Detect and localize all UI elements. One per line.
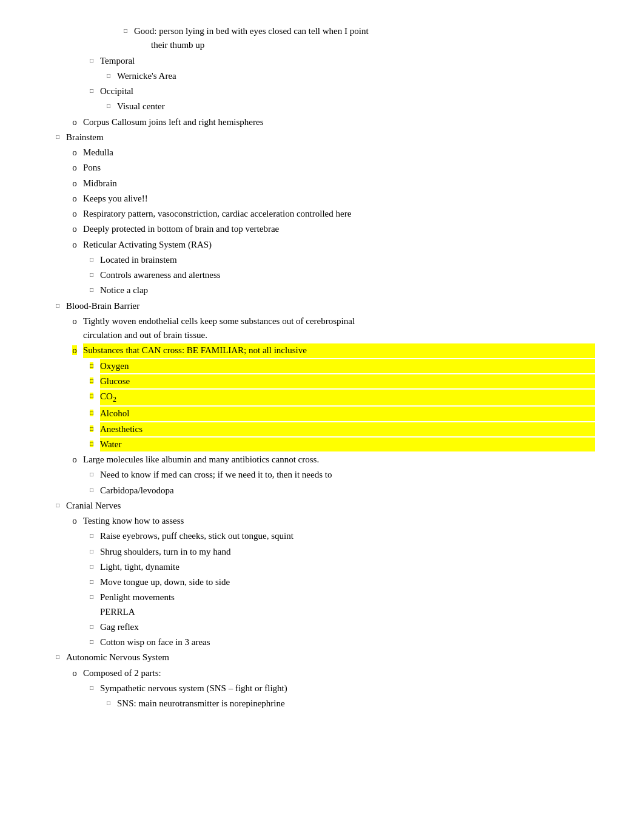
list-item-pons: o Pons <box>49 161 595 175</box>
bullet-icon: □ <box>83 635 100 647</box>
bullet-icon: □ <box>83 268 100 280</box>
bullet-icon: □ <box>83 468 100 479</box>
bullet-icon: o <box>66 146 83 160</box>
bullet-icon: □ <box>83 422 100 434</box>
bullet-icon: □ <box>49 130 66 142</box>
bullet-icon: o <box>66 115 83 129</box>
list-item-temporal: □ Temporal <box>49 54 595 68</box>
bullet-icon: □ <box>83 438 100 449</box>
bullet-icon: □ <box>83 374 100 386</box>
bullet-icon: o <box>66 238 83 252</box>
list-item-gag-reflex: □ Gag reflex <box>49 620 595 634</box>
list-item-occipital: □ Occipital <box>49 84 595 98</box>
list-item-corpus-callosum: o Corpus Callosum joins left and right h… <box>49 115 595 129</box>
list-item-shrug: □ Shrug shoulders, turn in to my hand <box>49 545 595 559</box>
bullet-icon: □ <box>83 545 100 556</box>
bullet-icon: □ <box>49 299 66 311</box>
list-item-bbb-tightly: o Tightly woven endothelial cells keep s… <box>49 314 595 343</box>
bullet-icon: □ <box>83 560 100 572</box>
list-item-co2: □ CO2 <box>49 390 595 405</box>
list-item-deeply-protected: o Deeply protected in bottom of brain an… <box>49 222 595 236</box>
list-item-ras-located: □ Located in brainstem <box>49 253 595 267</box>
bullet-icon: □ <box>49 651 66 662</box>
document: { "title": "Neuroscience Notes", "sectio… <box>49 24 595 711</box>
list-item-bbb-substances: o Substances that CAN cross: BE FAMILIAR… <box>49 343 595 357</box>
bullet-icon: □ <box>83 253 100 265</box>
list-item-glucose: □ Glucose <box>49 374 595 388</box>
bullet-icon: □ <box>83 390 100 401</box>
bullet-icon: □ <box>117 24 134 36</box>
list-item-oxygen: □ Oxygen <box>49 359 595 373</box>
list-item: □ Good: person lying in bed with eyes cl… <box>49 24 595 53</box>
list-item-bbb: □ Blood-Brain Barrier <box>49 299 595 313</box>
bullet-icon: □ <box>83 681 100 693</box>
bullet-icon: □ <box>83 54 100 66</box>
list-item-penlight: □ Penlight movementsPERRLA <box>49 590 595 619</box>
list-item-need-to-know: □ Need to know if med can cross; if we n… <box>49 468 595 482</box>
list-item-sns-sub: □ SNS: main neurotransmitter is norepine… <box>49 697 595 711</box>
list-item-large-molecules: o Large molecules like albumin and many … <box>49 453 595 467</box>
list-item-light-tight: □ Light, tight, dynamite <box>49 560 595 574</box>
bullet-icon: □ <box>83 620 100 632</box>
list-item-keeps-alive: o Keeps you alive!! <box>49 192 595 206</box>
bullet-icon: o <box>66 192 83 206</box>
bullet-icon: o <box>66 514 83 528</box>
bullet-icon: □ <box>83 590 100 602</box>
bullet-icon: o <box>66 343 83 357</box>
bullet-icon: o <box>66 207 83 221</box>
list-item-brainstem: □ Brainstem <box>49 130 595 144</box>
bullet-icon: □ <box>100 100 117 111</box>
bullet-icon: □ <box>49 499 66 510</box>
list-item-cranial-nerves: □ Cranial Nerves <box>49 499 595 513</box>
list-item-anesthetics: □ Anesthetics <box>49 422 595 436</box>
bullet-icon: □ <box>100 69 117 81</box>
bullet-icon: □ <box>83 575 100 587</box>
bullet-icon: o <box>66 161 83 175</box>
list-item-ras: o Reticular Activating System (RAS) <box>49 238 595 252</box>
bullet-icon: □ <box>83 407 100 418</box>
list-item-ras-controls: □ Controls awareness and alertness <box>49 268 595 282</box>
list-item-move-tongue: □ Move tongue up, down, side to side <box>49 575 595 589</box>
bullet-icon: □ <box>83 484 100 495</box>
bullet-icon: □ <box>83 359 100 371</box>
list-item-composed: o Composed of 2 parts: <box>49 666 595 680</box>
bullet-icon: o <box>66 666 83 680</box>
list-item-cotton-wisp: □ Cotton wisp on face in 3 areas <box>49 635 595 649</box>
list-item-water: □ Water <box>49 438 595 451</box>
bullet-icon: o <box>66 453 83 467</box>
list-item-testing: o Testing know how to assess <box>49 514 595 528</box>
list-item-carbidopa: □ Carbidopa/levodopa <box>49 484 595 498</box>
bullet-icon: □ <box>100 697 117 708</box>
list-item-medulla: o Medulla <box>49 146 595 160</box>
list-item-respiratory: o Respiratory pattern, vasoconstriction,… <box>49 207 595 221</box>
bullet-icon: □ <box>83 283 100 295</box>
bullet-icon: o <box>66 314 83 328</box>
list-item-ans: □ Autonomic Nervous System <box>49 651 595 664</box>
list-item-raise-eyebrows: □ Raise eyebrows, puff cheeks, stick out… <box>49 529 595 543</box>
list-item-wernickes: □ Wernicke's Area <box>49 69 595 83</box>
bullet-icon: □ <box>83 529 100 541</box>
bullet-icon: □ <box>83 84 100 96</box>
list-item-ras-clap: □ Notice a clap <box>49 283 595 297</box>
bullet-icon: o <box>66 177 83 191</box>
list-item-alcohol: □ Alcohol <box>49 407 595 421</box>
bullet-icon: o <box>66 222 83 236</box>
list-item-sympathetic: □ Sympathetic nervous system (SNS – figh… <box>49 681 595 695</box>
list-item-midbrain: o Midbrain <box>49 177 595 191</box>
list-item-visual-center: □ Visual center <box>49 100 595 113</box>
